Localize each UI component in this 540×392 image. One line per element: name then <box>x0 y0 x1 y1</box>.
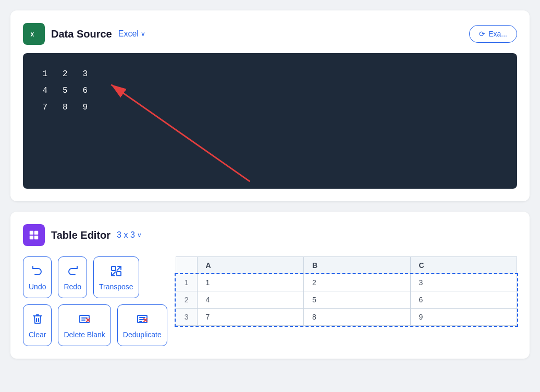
svg-text:X: X <box>31 32 34 38</box>
table-header: A B C <box>176 257 517 274</box>
data-source-text: 1 2 3 4 5 6 7 8 9 <box>38 66 502 116</box>
data-source-header: X Data Source Excel ∨ ⟳ Exa... <box>23 23 517 45</box>
cell-3b[interactable]: 8 <box>304 309 410 326</box>
redo-icon <box>66 265 79 279</box>
transpose-label: Transpose <box>99 283 133 291</box>
cell-2b[interactable]: 5 <box>304 291 410 309</box>
col-header-c: C <box>410 257 517 274</box>
chevron-down-icon: ∨ <box>137 231 142 239</box>
undo-icon <box>31 265 44 279</box>
table-row: 1 1 2 3 <box>176 274 517 291</box>
cell-3a[interactable]: 7 <box>197 309 303 326</box>
example-button[interactable]: ⟳ Exa... <box>469 25 517 43</box>
delete-blank-button[interactable]: Delete Blank <box>58 304 111 346</box>
svg-rect-4 <box>30 231 33 235</box>
chevron-down-icon: ∨ <box>141 30 145 38</box>
source-type-selector[interactable]: Excel ∨ <box>118 29 145 39</box>
editor-layout: Undo Redo <box>23 256 517 346</box>
table-row: 3 7 8 9 <box>176 309 517 326</box>
undo-button[interactable]: Undo <box>23 256 52 298</box>
row-label-2: 2 <box>176 291 197 309</box>
clear-icon <box>31 313 44 327</box>
cell-2a[interactable]: 4 <box>197 291 303 309</box>
svg-rect-9 <box>117 272 121 276</box>
table-editor-icon <box>23 224 45 246</box>
cell-1c[interactable]: 3 <box>410 274 517 291</box>
cell-1a[interactable]: 1 <box>197 274 303 291</box>
redo-button[interactable]: Redo <box>58 256 87 298</box>
svg-rect-6 <box>30 236 33 239</box>
col-header-a: A <box>197 257 303 274</box>
data-table-wrapper: A B C 1 1 2 3 2 4 5 <box>176 256 517 326</box>
excel-icon: X <box>23 23 45 45</box>
table-size-selector[interactable]: 3 x 3 ∨ <box>117 230 142 240</box>
cell-3c[interactable]: 9 <box>410 309 517 326</box>
transpose-button[interactable]: Transpose <box>93 256 139 298</box>
deduplicate-button[interactable]: Deduplicate <box>117 304 167 346</box>
table-editor-title: Table Editor <box>51 229 111 241</box>
svg-rect-5 <box>34 231 38 235</box>
data-source-title: Data Source <box>51 28 112 40</box>
cell-1b[interactable]: 2 <box>304 274 410 291</box>
undo-label: Undo <box>29 283 46 291</box>
transpose-icon <box>110 265 122 279</box>
table-header-row: A B C <box>176 257 517 274</box>
corner-header <box>176 257 197 274</box>
data-table[interactable]: A B C 1 1 2 3 2 4 5 <box>176 256 517 326</box>
col-header-b: B <box>304 257 410 274</box>
svg-line-11 <box>112 272 116 276</box>
sync-icon: ⟳ <box>479 30 485 38</box>
svg-line-10 <box>117 266 121 271</box>
cell-2c[interactable]: 6 <box>410 291 517 309</box>
data-source-card: X Data Source Excel ∨ ⟳ Exa... 1 2 3 4 5… <box>10 10 530 201</box>
clear-button[interactable]: Clear <box>23 304 52 346</box>
redo-label: Redo <box>64 283 81 291</box>
deduplicate-label: Deduplicate <box>123 330 162 339</box>
data-source-area[interactable]: 1 2 3 4 5 6 7 8 9 <box>23 53 517 189</box>
actions-column: Undo Redo <box>23 256 167 346</box>
row-label-1: 1 <box>176 274 197 291</box>
row-label-3: 3 <box>176 309 197 326</box>
delete-blank-label: Delete Blank <box>64 330 105 339</box>
delete-blank-icon <box>78 313 91 327</box>
clear-label: Clear <box>29 330 46 339</box>
deduplicate-icon <box>136 313 149 327</box>
table-body[interactable]: 1 1 2 3 2 4 5 6 3 7 8 9 <box>176 274 517 326</box>
table-editor-card: Table Editor 3 x 3 ∨ Undo <box>10 212 530 359</box>
svg-rect-8 <box>112 266 116 271</box>
svg-rect-7 <box>34 236 38 239</box>
table-editor-header: Table Editor 3 x 3 ∨ <box>23 224 517 246</box>
table-row: 2 4 5 6 <box>176 291 517 309</box>
